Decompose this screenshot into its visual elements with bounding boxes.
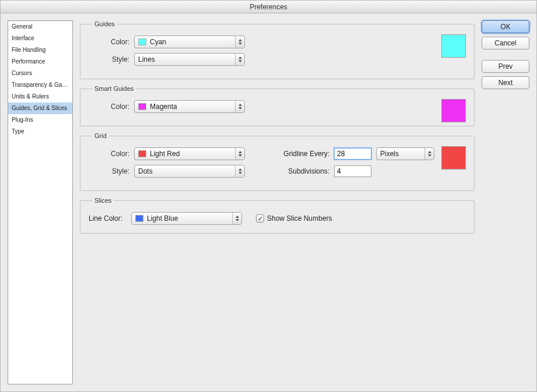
grid-preview-swatch[interactable] — [441, 146, 466, 169]
guides-preview-swatch[interactable] — [441, 34, 466, 58]
grid-legend: Grid — [92, 132, 109, 139]
dialog-buttons: OK Cancel Prev Next — [482, 20, 529, 384]
grid-color-value: Light Red — [150, 150, 233, 158]
subdivisions-label: Subdivisions: — [274, 167, 329, 175]
guides-color-value: Cyan — [150, 38, 233, 46]
grid-color-label: Color: — [89, 150, 129, 158]
smart-guides-color-value: Magenta — [150, 103, 233, 111]
prev-button[interactable]: Prev — [482, 60, 529, 73]
dropdown-arrows-icon — [235, 165, 244, 177]
sidebar-item[interactable]: Performance — [8, 56, 72, 68]
grid-group: Grid Color: Light Red Gridline Every: Pi… — [80, 132, 475, 191]
dropdown-arrows-icon — [235, 101, 244, 112]
dropdown-arrows-icon — [235, 36, 244, 48]
preferences-window: Preferences GeneralInterfaceFile Handlin… — [0, 0, 537, 392]
sidebar-item[interactable]: Guides, Grid & Slices — [8, 103, 72, 114]
window-titlebar: Preferences — [1, 1, 536, 13]
subdivisions-input[interactable] — [334, 165, 371, 177]
guides-style-dropdown[interactable]: Lines — [134, 53, 245, 66]
sidebar-item[interactable]: File Handling — [8, 44, 72, 56]
guides-style-value: Lines — [138, 55, 233, 63]
slices-line-color-swatch — [135, 215, 143, 222]
gridline-unit-dropdown[interactable]: Pixels — [376, 147, 434, 160]
guides-color-label: Color: — [89, 38, 129, 46]
slices-line-color-value: Light Blue — [147, 214, 230, 223]
guides-color-swatch — [138, 38, 146, 45]
cancel-button[interactable]: Cancel — [482, 37, 529, 50]
guides-group: Guides Color: Cyan Style: Lines — [80, 20, 475, 79]
checkbox-icon: ✓ — [256, 214, 264, 223]
next-button[interactable]: Next — [482, 76, 529, 89]
show-slice-numbers-checkbox[interactable]: ✓ Show Slice Numbers — [256, 214, 332, 223]
sidebar-item[interactable]: Type — [8, 126, 72, 137]
main-panel: Guides Color: Cyan Style: Lines — [80, 20, 475, 384]
guides-style-label: Style: — [89, 55, 129, 63]
grid-color-dropdown[interactable]: Light Red — [134, 147, 245, 160]
grid-style-value: Dots — [138, 167, 233, 175]
grid-style-dropdown[interactable]: Dots — [134, 165, 245, 178]
gridline-unit-value: Pixels — [380, 150, 422, 158]
sidebar-item[interactable]: Interface — [8, 33, 72, 44]
dropdown-arrows-icon — [424, 148, 434, 160]
category-sidebar: GeneralInterfaceFile HandlingPerformance… — [8, 20, 73, 384]
smart-guides-preview-swatch[interactable] — [441, 99, 466, 122]
slices-legend: Slices — [92, 197, 114, 204]
gridline-every-input[interactable] — [334, 148, 371, 160]
smart-guides-color-label: Color: — [89, 103, 129, 111]
smart-guides-color-swatch — [138, 103, 146, 110]
dropdown-arrows-icon — [232, 213, 241, 224]
smart-guides-group: Smart Guides Color: Magenta — [80, 85, 475, 126]
window-title: Preferences — [250, 3, 287, 11]
slices-group: Slices Line Color: Light Blue ✓ Show Sli… — [80, 197, 475, 234]
dropdown-arrows-icon — [235, 148, 244, 160]
smart-guides-color-dropdown[interactable]: Magenta — [134, 100, 245, 113]
sidebar-item[interactable]: General — [8, 21, 72, 33]
grid-color-swatch — [138, 150, 146, 157]
gridline-every-label: Gridline Every: — [274, 150, 329, 158]
dropdown-arrows-icon — [235, 54, 244, 65]
sidebar-item[interactable]: Plug-Ins — [8, 114, 72, 126]
smart-guides-legend: Smart Guides — [92, 85, 136, 92]
sidebar-item[interactable]: Units & Rulers — [8, 91, 72, 103]
guides-color-dropdown[interactable]: Cyan — [134, 36, 245, 48]
slices-line-color-label: Line Color: — [89, 214, 127, 223]
slices-line-color-dropdown[interactable]: Light Blue — [131, 212, 242, 225]
show-slice-numbers-label: Show Slice Numbers — [267, 214, 332, 223]
grid-style-label: Style: — [89, 167, 129, 175]
sidebar-item[interactable]: Cursors — [8, 68, 72, 79]
guides-legend: Guides — [92, 20, 117, 27]
sidebar-item[interactable]: Transparency & Gamut — [8, 79, 72, 91]
ok-button[interactable]: OK — [482, 20, 529, 33]
